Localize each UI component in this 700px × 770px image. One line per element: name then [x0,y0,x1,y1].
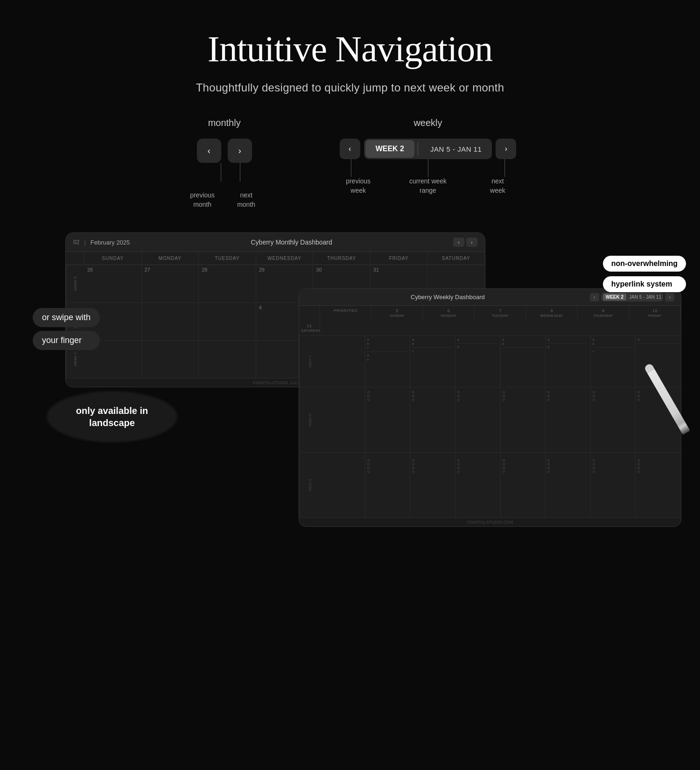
wcol-8: 8WEDNESDAY [526,306,578,321]
badge-non-overwhelming: non-overwhelming [603,256,686,272]
monthly-nav-section: monthly ‹ › previousmonth nextmonth [184,118,265,209]
wcol-priorities: PRIORITIES [320,306,371,321]
month-year: February 2025 [91,239,130,246]
weekly-dash-range: JAN 5 - JAN 11 [629,294,661,300]
weekly-dash-week: WEEK 2 [603,294,626,301]
weekly-cal-grid: PRIORITIES 5SUNDAY 6MONDAY 7TUESDAY 8WED… [299,306,681,518]
prev-month-button[interactable]: ‹ [197,139,221,163]
day-wed: WEDNESDAY [256,252,314,265]
day-sat: SATURDAY [427,252,485,265]
monthly-label: monthly [208,118,241,128]
landscape-blob: only available inlandscape [47,391,177,442]
page-title: Intuitive Navigation [0,0,700,70]
weekly-dash-prev-btn[interactable]: ‹ [590,293,599,301]
next-week-button[interactable]: › [496,139,516,159]
landscape-text: only available inlandscape [76,406,148,428]
wcol-10: 10FRIDAY [630,306,681,321]
weekly-dashboard: Cyberry Weekly Dashboard ‹ WEEK 2 JAN 5 … [299,288,681,527]
dashboard-title: Cyberry Monthly Dashboard [251,238,332,246]
prev-week-button[interactable]: ‹ [340,139,360,159]
weekly-dash-next-btn[interactable]: › [665,293,674,301]
monthly-dash-prev-btn[interactable]: ‹ [453,238,464,247]
nav-diagram: monthly ‹ › previousmonth nextmonth week… [0,118,700,209]
wcol-9: 9THURSDAY [578,306,629,321]
next-month-label: nextmonth [228,191,265,209]
page-subtitle: Thoughtfully designed to quickly jump to… [0,81,700,94]
current-week-label: current weekrange [400,177,456,195]
prev-week-label: previousweek [340,177,377,195]
next-week-label: nextweek [479,177,516,195]
swipe-badges-container: or swipe with your finger [33,308,100,350]
badge-hyperlink: hyperlink system [603,276,686,292]
badges-container: non-overwhelming hyperlink system [603,256,686,292]
week-pill-label: WEEK 2 [365,140,414,158]
week-range-label: JAN 5 - JAN 11 [420,140,492,158]
wcol-7: 7TUESDAY [475,306,526,321]
day-fri: FRIDAY [371,252,428,265]
monthly-dash-next-btn[interactable]: › [466,238,477,247]
wcol-11: 11SATURDAY [299,321,320,336]
divider-bar: | [84,239,85,246]
weekly-nav-section: weekly ‹ WEEK 2 JAN 5 - JAN 11 › previou… [340,118,517,195]
day-sun: SUNDAY [84,252,142,265]
prev-month-label: previousmonth [184,191,221,209]
day-tue: TUESDAY [199,252,256,265]
day-mon: MONDAY [142,252,199,265]
swipe-line2: your finger [33,331,100,350]
next-month-button[interactable]: › [228,139,252,163]
day-thu: THURSDAY [313,252,371,265]
weekly-label: weekly [413,118,442,128]
weekly-dash-title: Cyberry Weekly Dashboard [411,294,485,301]
wcol-6: 6MONDAY [423,306,475,321]
device-section: 02 | February 2025 Cyberry Monthly Dashb… [0,232,700,387]
weekly-footer: ©DIGITALSTUDIO.COM [299,518,681,526]
month-number: 02 [73,239,79,245]
wcol-5: 5SUNDAY [371,306,423,321]
swipe-line1: or swipe with [33,308,100,327]
